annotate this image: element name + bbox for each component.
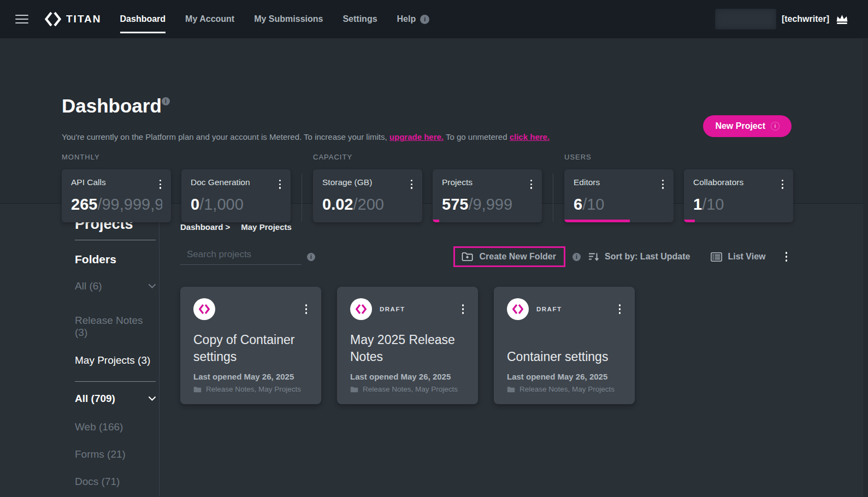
sidebar-item-docs[interactable]: Docs (71) bbox=[75, 476, 156, 488]
sort-by-control[interactable]: Sort by: Last Update bbox=[588, 252, 690, 262]
project-card-container-settings[interactable]: DRAFT Container settings Last opened May… bbox=[494, 287, 635, 404]
projects-section: Projects Folders All (6) Release Notes (… bbox=[0, 204, 868, 496]
stat-group-divider bbox=[302, 174, 302, 221]
progress-bar bbox=[564, 220, 630, 222]
projects-sidebar: Projects Folders All (6) Release Notes (… bbox=[0, 204, 160, 496]
list-view-icon bbox=[711, 252, 722, 262]
breadcrumb-dashboard[interactable]: Dashboard > bbox=[180, 222, 230, 232]
user-area: [techwriter] bbox=[715, 9, 849, 29]
stat-group-users: USERS Editors 6/10 Collaborators 1/10 bbox=[564, 153, 793, 222]
stat-card-collaborators: Collaborators 1/10 bbox=[684, 169, 793, 222]
stat-group-capacity: CAPACITY Storage (GB) 0.02/200 Projects … bbox=[313, 153, 542, 222]
titan-diamond-icon bbox=[199, 304, 210, 315]
last-opened: Last opened May 26, 2025 bbox=[350, 372, 465, 381]
project-title: Copy of Container settings bbox=[193, 332, 308, 365]
nav-item-help[interactable]: Help i bbox=[397, 0, 430, 38]
toolbar-kebab-menu-icon[interactable] bbox=[784, 250, 789, 264]
user-role-label: [techwriter] bbox=[782, 14, 829, 24]
projects-content: Dashboard > May Projects i Create New Fo… bbox=[160, 204, 868, 496]
breadcrumb: Dashboard > May Projects bbox=[180, 222, 788, 232]
brand-name: TITAN bbox=[66, 13, 102, 25]
crown-icon bbox=[835, 13, 849, 25]
search-info-icon[interactable]: i bbox=[307, 253, 315, 261]
sort-icon bbox=[588, 252, 599, 262]
stat-card-projects: Projects 575/9,999 bbox=[433, 169, 542, 222]
nav-item-settings[interactable]: Settings bbox=[343, 0, 377, 38]
list-view-toggle[interactable]: List View bbox=[711, 252, 765, 262]
stat-card-storage: Storage (GB) 0.02/200 bbox=[313, 169, 422, 222]
hamburger-menu-icon[interactable] bbox=[15, 12, 28, 26]
chevron-down-icon[interactable] bbox=[149, 397, 156, 401]
top-nav: TITAN Dashboard My Account My Submission… bbox=[0, 0, 868, 38]
plan-message: You're currently on the Platform plan an… bbox=[62, 132, 550, 141]
card-kebab-menu-icon[interactable] bbox=[618, 303, 622, 316]
kebab-menu-icon[interactable] bbox=[781, 177, 785, 191]
project-title: Container settings bbox=[507, 348, 622, 365]
sidebar-item-all-types[interactable]: All (709) bbox=[75, 393, 156, 405]
sidebar-item-all-folders[interactable]: All (6) bbox=[75, 280, 156, 292]
help-info-icon[interactable]: i bbox=[420, 15, 429, 24]
nav-items: Dashboard My Account My Submissions Sett… bbox=[120, 0, 430, 38]
sidebar-item-web[interactable]: Web (166) bbox=[75, 421, 156, 433]
last-opened: Last opened May 26, 2025 bbox=[193, 372, 308, 381]
stat-card-doc-generation: Doc Generation 0/1,000 bbox=[181, 169, 291, 222]
stat-group-label: USERS bbox=[564, 153, 793, 161]
card-kebab-menu-icon[interactable] bbox=[304, 303, 309, 316]
kebab-menu-icon[interactable] bbox=[661, 177, 665, 191]
project-avatar bbox=[193, 298, 215, 320]
stat-group-label: CAPACITY bbox=[313, 153, 542, 161]
titan-diamond-icon bbox=[356, 304, 367, 315]
stat-group-monthly: MONTHLY API Calls 265/99,999,99 Doc Gene… bbox=[62, 153, 291, 222]
nav-item-my-submissions[interactable]: My Submissions bbox=[254, 0, 323, 38]
kebab-menu-icon[interactable] bbox=[278, 177, 282, 191]
new-project-button[interactable]: New Project i bbox=[703, 115, 792, 137]
last-opened: Last opened May 26, 2025 bbox=[507, 372, 622, 381]
folder-plus-icon bbox=[462, 252, 473, 262]
project-folders: Release Notes, May Projects bbox=[193, 385, 308, 393]
project-avatar bbox=[507, 298, 529, 320]
folder-icon bbox=[507, 386, 515, 393]
card-kebab-menu-icon[interactable] bbox=[461, 303, 465, 316]
upgrade-here-link[interactable]: upgrade here. bbox=[389, 132, 444, 141]
progress-bar bbox=[433, 220, 439, 222]
titan-logo[interactable]: TITAN bbox=[45, 11, 102, 27]
stat-card-api-calls: API Calls 265/99,999,99 bbox=[62, 169, 171, 222]
chevron-down-icon[interactable] bbox=[149, 284, 156, 288]
create-new-folder-button[interactable]: Create New Folder bbox=[453, 246, 565, 267]
stat-card-editors: Editors 6/10 bbox=[564, 169, 674, 222]
status-badge: DRAFT bbox=[536, 306, 562, 312]
stat-group-label: MONTHLY bbox=[62, 153, 291, 161]
scrollbar[interactable] bbox=[863, 38, 868, 497]
user-name-redacted bbox=[715, 9, 776, 29]
status-badge: DRAFT bbox=[380, 306, 405, 312]
progress-bar bbox=[684, 220, 695, 222]
folder-icon bbox=[193, 386, 202, 393]
project-card-copy-of-container-settings[interactable]: Copy of Container settings Last opened M… bbox=[180, 287, 321, 404]
new-project-info-icon: i bbox=[771, 122, 780, 131]
search-input[interactable] bbox=[186, 248, 309, 261]
nav-item-my-account[interactable]: My Account bbox=[185, 0, 234, 38]
stat-group-divider bbox=[553, 174, 553, 221]
dashboard-hero: Dashboard i You're currently on the Plat… bbox=[0, 38, 868, 204]
create-folder-info-icon[interactable]: i bbox=[572, 253, 581, 261]
project-card-may-2025-release-notes[interactable]: DRAFT May 2025 Release Notes Last opened… bbox=[337, 287, 478, 404]
folders-heading: Folders bbox=[75, 253, 159, 266]
sidebar-item-forms[interactable]: Forms (21) bbox=[75, 448, 156, 460]
kebab-menu-icon[interactable] bbox=[410, 177, 414, 191]
page-title: Dashboard bbox=[62, 95, 162, 117]
project-folders: Release Notes, May Projects bbox=[350, 385, 465, 393]
project-cards: Copy of Container settings Last opened M… bbox=[180, 287, 788, 404]
breadcrumb-current: May Projects bbox=[241, 222, 292, 232]
titan-diamond-icon bbox=[512, 304, 523, 315]
project-title: May 2025 Release Notes bbox=[350, 332, 465, 365]
kebab-menu-icon[interactable] bbox=[158, 177, 163, 191]
page-title-info-icon[interactable]: i bbox=[162, 97, 170, 105]
kebab-menu-icon[interactable] bbox=[529, 177, 534, 191]
nav-item-dashboard[interactable]: Dashboard bbox=[120, 0, 166, 38]
project-folders: Release Notes, May Projects bbox=[507, 385, 622, 393]
click-here-link[interactable]: click here. bbox=[510, 132, 550, 141]
sidebar-item-may-projects[interactable]: May Projects (3) bbox=[75, 354, 156, 366]
titan-diamond-icon bbox=[45, 11, 61, 27]
usage-stats: MONTHLY API Calls 265/99,999,99 Doc Gene… bbox=[62, 153, 793, 222]
sidebar-item-release-notes[interactable]: Release Notes (3) bbox=[75, 315, 156, 339]
